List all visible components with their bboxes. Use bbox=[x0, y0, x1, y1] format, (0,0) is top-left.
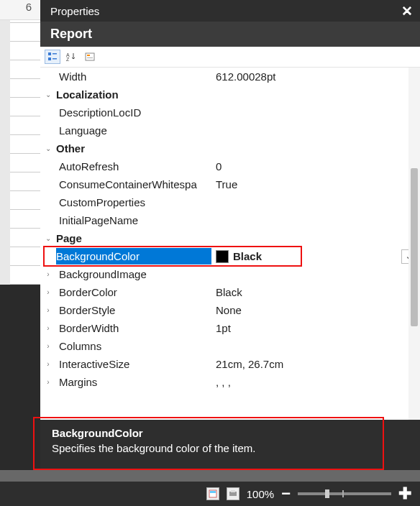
property-value[interactable]: True bbox=[211, 178, 420, 190]
property-name[interactable]: CustomProperties bbox=[56, 196, 211, 208]
svg-rect-3 bbox=[52, 58, 57, 60]
expand-icon[interactable]: › bbox=[40, 342, 56, 350]
description-text: Specifies the background color of the it… bbox=[52, 442, 408, 454]
zoom-bar: 100% − ✚ bbox=[0, 482, 420, 506]
svg-text:Z: Z bbox=[66, 57, 70, 62]
property-name[interactable]: Width bbox=[56, 70, 211, 83]
category-row[interactable]: ⌄Page bbox=[40, 229, 420, 247]
property-name[interactable]: ConsumeContainerWhitespa bbox=[56, 178, 211, 190]
property-name[interactable]: AutoRefresh bbox=[56, 160, 211, 172]
alphabetical-button[interactable]: AZ bbox=[63, 50, 79, 64]
svg-rect-1 bbox=[48, 58, 51, 60]
selected-object-name[interactable]: Report bbox=[40, 22, 420, 47]
property-grid-wrap: Width612.00028pt⌄LocalizationDescription… bbox=[40, 68, 420, 420]
property-value-text: Black bbox=[233, 250, 262, 262]
property-name[interactable]: BackgroundColor bbox=[56, 248, 211, 264]
design-canvas-sliver: 6 bbox=[0, 0, 40, 506]
property-name[interactable]: InteractiveSize bbox=[56, 358, 211, 370]
properties-title: Properties bbox=[50, 5, 401, 17]
property-name-selected: BackgroundColor bbox=[56, 248, 211, 264]
property-row[interactable]: CustomProperties bbox=[40, 193, 420, 211]
expand-icon[interactable]: › bbox=[40, 360, 56, 368]
svg-rect-0 bbox=[48, 52, 51, 55]
properties-toolbar: AZ bbox=[40, 47, 420, 68]
property-value[interactable]: 612.00028pt bbox=[211, 70, 420, 83]
property-name[interactable]: DescriptionLocID bbox=[56, 106, 211, 119]
property-grid[interactable]: Width612.00028pt⌄LocalizationDescription… bbox=[40, 68, 420, 420]
close-icon[interactable]: ✕ bbox=[401, 4, 413, 18]
property-row[interactable]: ›Margins, , , bbox=[40, 373, 420, 391]
property-row[interactable]: Language bbox=[40, 121, 420, 139]
category-row[interactable]: ⌄Other bbox=[40, 139, 420, 157]
property-value[interactable]: None bbox=[211, 304, 420, 316]
zoom-slider[interactable] bbox=[298, 492, 391, 495]
sort-az-icon: AZ bbox=[66, 52, 76, 62]
status-strip bbox=[0, 470, 420, 482]
property-name[interactable]: BorderWidth bbox=[56, 322, 211, 334]
zoom-slider-knob[interactable] bbox=[325, 489, 329, 498]
property-row[interactable]: ›Columns bbox=[40, 337, 420, 355]
property-row[interactable]: ›BorderStyleNone bbox=[40, 301, 420, 319]
property-row[interactable]: BackgroundColorBlack⌄ bbox=[40, 247, 420, 265]
property-value[interactable]: Black⌄ bbox=[211, 249, 420, 264]
categorized-button[interactable] bbox=[45, 50, 60, 64]
categorized-icon bbox=[47, 52, 58, 62]
property-description-pane: BackgroundColor Specifies the background… bbox=[40, 420, 420, 470]
property-name[interactable]: Localization bbox=[56, 88, 211, 101]
property-value[interactable]: 0 bbox=[211, 160, 420, 172]
property-pages-icon bbox=[85, 52, 95, 62]
svg-rect-12 bbox=[231, 490, 235, 492]
property-name[interactable]: BorderStyle bbox=[56, 304, 211, 316]
property-name[interactable]: Margins bbox=[56, 376, 211, 388]
zoom-in-button[interactable]: ✚ bbox=[398, 484, 411, 503]
properties-scrollbar[interactable] bbox=[408, 68, 420, 420]
property-value[interactable]: 21cm, 26.7cm bbox=[211, 358, 420, 370]
print-layout-icon[interactable] bbox=[227, 487, 239, 500]
property-name[interactable]: Language bbox=[56, 124, 211, 137]
property-row[interactable]: ›BorderWidth1pt bbox=[40, 319, 420, 337]
property-row[interactable]: ›BackgroundImage bbox=[40, 265, 420, 283]
ruler: 6 bbox=[0, 0, 40, 20]
svg-rect-7 bbox=[87, 55, 90, 56]
category-row[interactable]: ⌄Localization bbox=[40, 86, 420, 104]
property-value[interactable]: Black bbox=[211, 286, 420, 298]
property-pages-button[interactable] bbox=[82, 50, 98, 64]
svg-rect-10 bbox=[210, 491, 216, 493]
expand-icon[interactable]: › bbox=[40, 378, 56, 386]
property-name[interactable]: BorderColor bbox=[56, 286, 211, 298]
zoom-label[interactable]: 100% bbox=[247, 488, 274, 500]
expand-icon[interactable]: › bbox=[40, 324, 56, 332]
ruler-number: 6 bbox=[26, 1, 32, 13]
page-icon bbox=[209, 489, 217, 498]
property-row[interactable]: Width612.00028pt bbox=[40, 68, 420, 86]
design-surface-edge bbox=[10, 20, 40, 285]
collapse-icon[interactable]: ⌄ bbox=[40, 91, 56, 98]
property-name[interactable]: Columns bbox=[56, 340, 211, 352]
property-name[interactable]: Other bbox=[56, 142, 211, 155]
property-name[interactable]: BackgroundImage bbox=[56, 268, 211, 280]
zoom-slider-center-tick bbox=[342, 490, 344, 497]
property-row[interactable]: InitialPageName bbox=[40, 211, 420, 229]
collapse-icon[interactable]: ⌄ bbox=[40, 144, 56, 152]
property-row[interactable]: DescriptionLocID bbox=[40, 104, 420, 121]
property-row[interactable]: ›InteractiveSize21cm, 26.7cm bbox=[40, 355, 420, 373]
design-dark-zone bbox=[0, 285, 40, 472]
collapse-icon[interactable]: ⌄ bbox=[40, 234, 56, 242]
expand-icon[interactable]: › bbox=[40, 288, 56, 296]
expand-icon[interactable]: › bbox=[40, 306, 56, 314]
preview-mode-icon[interactable] bbox=[206, 487, 219, 500]
scrollbar-thumb[interactable] bbox=[411, 168, 418, 326]
svg-rect-6 bbox=[86, 53, 94, 60]
property-row[interactable]: ›BorderColorBlack bbox=[40, 283, 420, 301]
property-name[interactable]: InitialPageName bbox=[56, 214, 211, 226]
svg-rect-8 bbox=[87, 58, 93, 58]
svg-rect-2 bbox=[52, 53, 57, 55]
expand-icon[interactable]: › bbox=[40, 270, 56, 278]
property-value[interactable]: , , , bbox=[211, 376, 420, 388]
property-row[interactable]: ConsumeContainerWhitespaTrue bbox=[40, 175, 420, 193]
zoom-out-button[interactable]: − bbox=[281, 484, 291, 503]
layout-icon bbox=[229, 489, 237, 498]
property-row[interactable]: AutoRefresh0 bbox=[40, 157, 420, 175]
property-value[interactable]: 1pt bbox=[211, 322, 420, 334]
property-name[interactable]: Page bbox=[56, 232, 211, 244]
